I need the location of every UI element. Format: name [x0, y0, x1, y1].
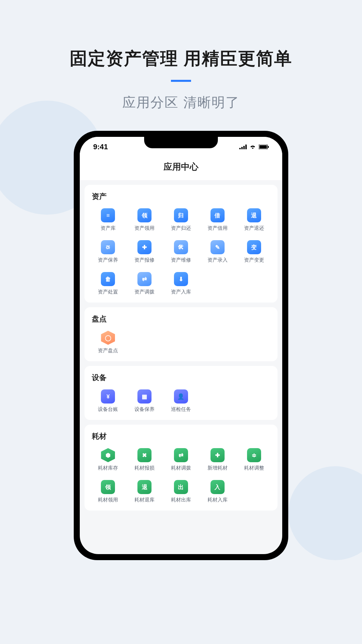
swap-icon: ⇄ — [174, 448, 188, 462]
card-icon: ▦ — [137, 389, 152, 404]
svg-rect-1 — [241, 147, 243, 149]
svg-rect-6 — [268, 146, 269, 148]
ledger-icon: ¥ — [101, 389, 115, 404]
app-label: 耗材调整 — [244, 465, 264, 471]
phone-screen: 9:41 应用中心 资产 ≡资产库 领资产领用 归资产归还 借资产借用 退资产退… — [80, 137, 282, 554]
app-consumable-adjust[interactable]: ≑耗材调整 — [236, 446, 272, 476]
app-asset-request[interactable]: 领资产领用 — [126, 206, 163, 236]
app-consumable-new[interactable]: ✚新增耗材 — [199, 446, 236, 476]
app-label: 耗材出库 — [171, 497, 191, 503]
status-time: 9:41 — [93, 143, 108, 151]
app-label: 资产领用 — [134, 225, 155, 231]
hero-title: 固定资产管理 用精臣更简单 — [0, 47, 362, 70]
badge-icon: 变 — [247, 240, 261, 254]
app-consumable-in[interactable]: 入耗材入库 — [199, 478, 236, 508]
section-title: 设备 — [90, 373, 272, 383]
hero-subtitle: 应用分区 清晰明了 — [0, 93, 362, 112]
app-inspection-task[interactable]: 👤巡检任务 — [163, 387, 199, 417]
app-asset-repair-request[interactable]: ✚资产报修 — [126, 238, 163, 268]
plus-icon: ✚ — [210, 448, 225, 462]
app-label: 资产归还 — [171, 225, 191, 231]
badge-icon: 借 — [210, 208, 225, 222]
app-label: 资产退还 — [244, 225, 264, 231]
svg-rect-3 — [245, 145, 247, 149]
app-label: 新增耗材 — [207, 465, 228, 471]
app-label: 资产调拨 — [134, 289, 155, 295]
badge-icon: 出 — [174, 480, 188, 494]
app-consumable-scrap[interactable]: ✖耗材报损 — [126, 446, 163, 476]
svg-rect-0 — [239, 148, 241, 149]
tools-icon: 🛠 — [174, 240, 188, 254]
app-consumable-transfer[interactable]: ⇄耗材调拨 — [163, 446, 199, 476]
hero-underline — [171, 80, 191, 82]
app-equipment-maintain[interactable]: ▦设备保养 — [126, 387, 163, 417]
app-asset-entry[interactable]: ✎资产录入 — [199, 238, 236, 268]
app-equipment-ledger[interactable]: ¥设备台账 — [90, 387, 126, 417]
cube-icon: ⬢ — [101, 448, 115, 462]
badge-icon: 退 — [137, 480, 152, 494]
section-title: 耗材 — [90, 431, 272, 441]
adjust-icon: ≑ — [247, 448, 261, 462]
app-label: 资产录入 — [207, 257, 228, 263]
app-asset-borrow[interactable]: 借资产借用 — [199, 206, 236, 236]
app-label: 资产变更 — [244, 257, 264, 263]
app-asset-inbound[interactable]: ⬇资产入库 — [163, 270, 199, 300]
app-label: 耗材报损 — [134, 465, 155, 471]
app-asset-repair[interactable]: 🛠资产维修 — [163, 238, 199, 268]
trash-icon: 🗑 — [101, 272, 115, 286]
section-equipment: 设备 ¥设备台账 ▦设备保养 👤巡检任务 — [84, 366, 278, 420]
app-label: 耗材退库 — [134, 497, 155, 503]
search-hex-icon: ◯ — [101, 331, 115, 345]
app-label: 资产维修 — [171, 257, 191, 263]
app-label: 巡检任务 — [171, 406, 191, 413]
svg-rect-2 — [243, 146, 245, 149]
swap-icon: ⇄ — [137, 272, 152, 286]
section-title: 资产 — [90, 192, 272, 202]
badge-icon: 领 — [137, 208, 152, 222]
app-consumable-request[interactable]: 领耗材领用 — [90, 478, 126, 508]
app-label: 耗材调拨 — [171, 465, 191, 471]
badge-icon: 领 — [101, 480, 115, 494]
app-label: 耗材入库 — [207, 497, 228, 503]
app-consumable-stock[interactable]: ⬢耗材库存 — [90, 446, 126, 476]
user-icon: 👤 — [174, 389, 188, 404]
app-label: 设备保养 — [134, 406, 155, 413]
toolbox-icon: ✚ — [137, 240, 152, 254]
app-label: 资产处置 — [98, 289, 118, 295]
page-title: 应用中心 — [80, 157, 282, 180]
section-inventory: 盘点 ◯资产盘点 — [84, 307, 278, 361]
badge-icon: 入 — [210, 480, 225, 494]
section-assets: 资产 ≡资产库 领资产领用 归资产归还 借资产借用 退资产退还 ⛭资产保养 ✚资… — [84, 185, 278, 303]
app-asset-change[interactable]: 变资产变更 — [236, 238, 272, 268]
download-icon: ⬇ — [174, 272, 188, 286]
app-asset-maintain[interactable]: ⛭资产保养 — [90, 238, 126, 268]
status-icons — [239, 145, 269, 149]
monitor-icon: ⛭ — [101, 240, 115, 254]
badge-icon: 退 — [247, 208, 261, 222]
app-asset-transfer[interactable]: ⇄资产调拨 — [126, 270, 163, 300]
svg-rect-5 — [259, 145, 267, 149]
app-asset-repository[interactable]: ≡资产库 — [90, 206, 126, 236]
app-label: 资产报修 — [134, 257, 155, 263]
list-icon: ≡ — [101, 208, 115, 222]
app-label: 耗材库存 — [98, 465, 118, 471]
app-label: 耗材领用 — [98, 497, 118, 503]
wifi-icon — [249, 145, 256, 149]
app-consumable-out[interactable]: 出耗材出库 — [163, 478, 199, 508]
app-label: 设备台账 — [98, 406, 118, 413]
app-label: 资产盘点 — [98, 347, 118, 354]
background-circle — [288, 466, 362, 560]
signal-icon — [239, 145, 247, 149]
file-x-icon: ✖ — [137, 448, 152, 462]
app-label: 资产借用 — [207, 225, 228, 231]
app-asset-check[interactable]: ◯资产盘点 — [90, 329, 126, 359]
battery-icon — [259, 145, 269, 149]
app-asset-return[interactable]: 归资产归还 — [163, 206, 199, 236]
badge-icon: 归 — [174, 208, 188, 222]
phone-notch — [144, 137, 218, 148]
app-label: 资产入库 — [171, 289, 191, 295]
app-asset-dispose[interactable]: 🗑资产处置 — [90, 270, 126, 300]
app-consumable-return[interactable]: 退耗材退库 — [126, 478, 163, 508]
app-asset-giveback[interactable]: 退资产退还 — [236, 206, 272, 236]
section-title: 盘点 — [90, 314, 272, 324]
